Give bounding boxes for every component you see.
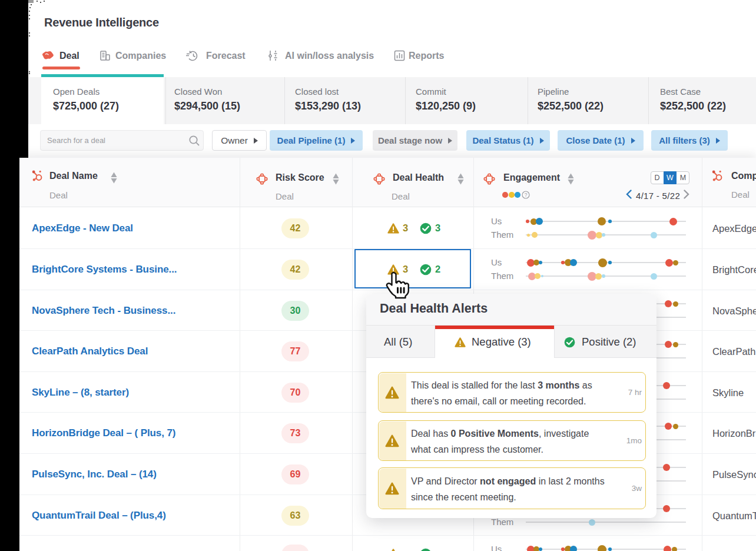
svg-text:?: ? [525, 192, 528, 198]
